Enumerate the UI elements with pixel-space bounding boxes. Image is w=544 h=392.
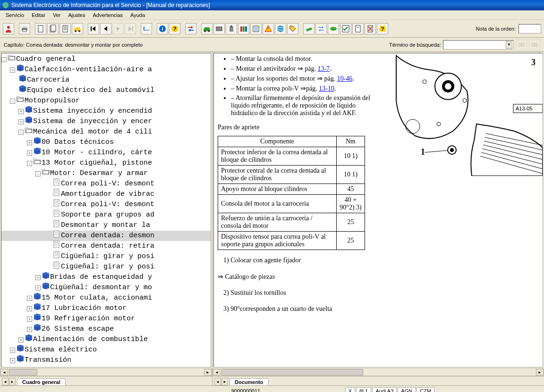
tree-toggle-icon[interactable]: + <box>35 275 41 280</box>
tree-node[interactable]: Desmontar y montar la <box>1 220 211 231</box>
print-icon[interactable] <box>19 23 30 34</box>
engine-icon[interactable] <box>213 23 225 34</box>
doc-scroll[interactable]: – Montar la consola del motor.– Montar e… <box>213 53 543 367</box>
order-input[interactable] <box>518 24 541 33</box>
warning-icon[interactable]: ! <box>263 23 274 34</box>
menu-advertencias[interactable]: Advertencias <box>89 11 127 19</box>
tree-node[interactable]: +00 Datos técnicos <box>1 137 211 148</box>
tree-node[interactable]: +Alimentación de combustible <box>1 334 211 345</box>
tree-node[interactable]: +15 Motor culata, accionami <box>1 293 211 303</box>
tree-node[interactable]: Correa poli-V: desmont <box>1 179 211 189</box>
tree-toggle-icon[interactable]: - <box>27 161 32 166</box>
rhscroll-right-icon[interactable]: ► <box>536 369 544 375</box>
next-icon[interactable] <box>112 23 124 34</box>
tree-node[interactable]: Cigüeñal: girar y posi <box>1 262 211 272</box>
tree-node[interactable]: +26 Sistema escape <box>1 324 211 334</box>
search-prev-icon[interactable] <box>529 39 540 50</box>
tree-node[interactable]: +Sistema inyección y encendid <box>1 106 211 117</box>
tab-documento[interactable]: Documento <box>230 378 269 385</box>
tree-toggle-icon[interactable]: - <box>35 171 41 176</box>
books-icon[interactable] <box>238 23 249 34</box>
tree-node[interactable]: +Cigüeñal: desmontar y mo <box>1 283 211 293</box>
tree-node[interactable]: Amortiguador de vibrac <box>1 189 211 200</box>
tree-toggle-icon[interactable]: + <box>10 348 15 353</box>
tree-node[interactable]: Cigüeñal: girar y posi <box>1 251 211 262</box>
tree-toggle-icon[interactable]: + <box>10 67 15 73</box>
tree-scroll[interactable]: -Cuadro general+Calefacción-ventilación-… <box>1 53 211 367</box>
last-icon[interactable] <box>125 23 136 34</box>
tree-toggle-icon[interactable]: + <box>27 140 32 145</box>
info-icon[interactable]: i <box>157 23 168 34</box>
tree-node[interactable]: Soporte para grupos ad <box>1 210 211 220</box>
tree-node[interactable]: -Motopropulsor <box>1 96 211 106</box>
tree-toggle-icon[interactable]: + <box>10 358 15 363</box>
tree-node[interactable]: Correa dentada: retira <box>1 241 211 251</box>
menu-ver[interactable]: Ver <box>49 11 65 19</box>
hscroll-right-icon[interactable]: ► <box>204 369 212 375</box>
check-icon[interactable] <box>340 23 351 34</box>
menu-servicio[interactable]: Servicio <box>2 11 28 19</box>
tree-toggle-icon[interactable]: + <box>27 306 32 311</box>
rtab-nav-right-icon[interactable]: ► <box>221 378 228 385</box>
tree-node[interactable]: Equipo eléctrico del automóvil <box>1 85 211 96</box>
tree-node[interactable]: -Cuadro general <box>1 54 211 65</box>
menu-editar[interactable]: Editar <box>28 11 49 19</box>
car2-icon[interactable] <box>201 23 212 34</box>
tree-toggle-icon[interactable]: + <box>27 296 32 301</box>
tree-node[interactable]: +10 Motor - cilindro, cárte <box>1 148 211 158</box>
tag-icon[interactable] <box>287 23 298 34</box>
tree-toggle-icon[interactable]: + <box>18 337 24 342</box>
first-icon[interactable] <box>88 23 99 34</box>
rhscroll-thumb[interactable] <box>221 369 363 375</box>
tree-node[interactable]: Correa poli-V: desmont <box>1 200 211 210</box>
page-link[interactable]: 10-46 <box>337 75 353 82</box>
tree-toggle-icon[interactable]: + <box>35 285 41 291</box>
doc2-icon[interactable] <box>47 23 59 34</box>
car-icon[interactable] <box>72 23 83 34</box>
tree-toggle-icon[interactable]: - <box>1 57 7 62</box>
right-hscroll[interactable]: ◄ ► <box>212 368 544 376</box>
help2-icon[interactable]: ? <box>377 23 388 34</box>
hscroll-left-icon[interactable]: ◄ <box>0 369 8 375</box>
tab-cuadro[interactable]: Cuadro general <box>17 378 66 385</box>
doclines-icon[interactable] <box>60 23 71 34</box>
tree-node[interactable]: Carrocería <box>1 75 211 85</box>
menu-ayuda[interactable]: Ayuda <box>127 11 149 19</box>
tree-toggle-icon[interactable]: + <box>27 150 32 156</box>
page-link[interactable]: 13-10 <box>319 85 334 92</box>
combo-arrow-icon[interactable]: ▼ <box>506 41 512 49</box>
swap2-icon[interactable] <box>315 23 327 34</box>
tree-node[interactable]: -Mecánica del motor de 4 cili <box>1 127 211 137</box>
tree-toggle-icon[interactable]: + <box>18 109 24 114</box>
rhscroll-left-icon[interactable]: ◄ <box>213 369 221 375</box>
tree-toggle-icon[interactable]: - <box>10 99 15 104</box>
eraser-icon[interactable] <box>303 23 314 34</box>
prev-icon[interactable] <box>100 23 111 34</box>
del-icon[interactable] <box>365 23 376 34</box>
search-combo[interactable]: ▼ <box>443 40 514 50</box>
oval-icon[interactable] <box>328 23 339 34</box>
tree-node[interactable]: +Transmisión <box>1 355 211 366</box>
tab-nav-right-icon[interactable]: ► <box>9 378 16 385</box>
help-icon[interactable]: ? <box>169 23 180 34</box>
doc3-icon[interactable] <box>352 23 364 34</box>
rtab-nav-left-icon[interactable]: ◄ <box>214 378 221 385</box>
hscroll-thumb[interactable] <box>9 369 37 375</box>
tree-node[interactable]: +19 Refrigeración motor <box>1 314 211 324</box>
list-icon[interactable] <box>250 23 262 34</box>
tree-node[interactable]: +Bridas de estanqueidad y <box>1 272 211 283</box>
tree-node[interactable]: -13 Motor cigüeñal, pistone <box>1 158 211 168</box>
left-hscroll[interactable]: ◄ ► <box>0 368 212 376</box>
tree-node[interactable]: +Sistema de inyección y encer <box>1 117 211 127</box>
menu-ajustes[interactable]: Ajustes <box>64 11 89 19</box>
tree-toggle-icon[interactable]: + <box>27 327 32 332</box>
page-link[interactable]: 13-7 <box>317 65 330 72</box>
tree-toggle-icon[interactable]: + <box>18 119 24 125</box>
tree-icon[interactable]: t... <box>141 23 152 34</box>
tree-toggle-icon[interactable]: + <box>27 317 32 322</box>
tree-node[interactable]: -Motor: Desarmar y armar <box>1 168 211 179</box>
tree-toggle-icon[interactable]: - <box>18 130 24 135</box>
tree-node[interactable]: +Sistema eléctrico <box>1 345 211 355</box>
doc1-icon[interactable] <box>35 23 46 34</box>
globe-icon[interactable] <box>275 23 286 34</box>
